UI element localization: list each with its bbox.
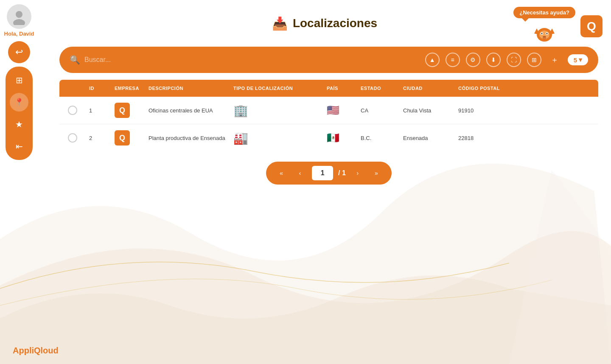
count-value: 5 [574,56,577,64]
radio-button-2[interactable] [68,133,77,143]
columns-button[interactable]: ⊞ [527,53,541,67]
avatar [7,4,31,29]
row-select-2[interactable] [68,133,89,143]
user-area: Hola, David [4,4,34,37]
count-dropdown-arrow: ▾ [579,56,582,64]
fox-mascot [532,20,557,45]
col-pais: PAÍS [327,86,361,91]
svg-point-1 [13,19,25,25]
brand-q: Q [34,346,41,355]
user-avatar-icon [11,8,28,25]
help-label: ¿Necesitas ayuda? [519,9,569,16]
empresa-badge-2: Q [115,130,130,146]
col-descripcion: DESCRIPCIÓN [149,86,233,91]
cell-pais-2: 🇲🇽 [327,132,361,144]
row-select-1[interactable] [68,106,89,115]
cell-id-2: 2 [89,135,115,141]
table-row: 2 Q Planta productiva de Ensenada 🏭 🇲🇽 B… [59,124,598,151]
q-logo-button[interactable]: Q [580,15,603,37]
pagination-bar: « ‹ / 1 › » [266,162,392,185]
last-page-button[interactable]: » [370,166,383,180]
plus-icon: ＋ [551,55,558,65]
back-icon: ↩ [15,47,23,58]
toolbar-icons: ▲ ≡ ⚙ ⬇ ⛶ ⊞ ＋ 5 ▾ [425,53,588,67]
filter-button[interactable]: ≡ [446,53,460,67]
last-page-icon: » [375,170,378,176]
table-header: ID EMPRESA DESCRIPCIÓN TIPO DE LOCALIZAC… [59,80,598,97]
cell-ciudad-1: Chula Vista [403,107,458,114]
cell-codigo-2: 22818 [458,135,518,141]
search-input-area: 🔍 [70,55,425,65]
col-id: ID [89,86,115,91]
table-container: ID EMPRESA DESCRIPCIÓN TIPO DE LOCALIZAC… [59,80,598,151]
pagination: « ‹ / 1 › » [59,162,598,185]
logout-icon: ⇤ [16,141,23,151]
footer-brand: AppliQloud [13,346,59,356]
cell-descripcion-2: Planta productiva de Ensenada [149,135,233,141]
add-button[interactable]: ＋ [547,53,562,67]
search-icon: 🔍 [70,55,80,65]
prev-page-button[interactable]: ‹ [293,166,307,180]
page-input[interactable] [312,166,333,180]
cell-ciudad-2: Ensenada [403,135,458,141]
cell-estado-2: B.C. [361,135,403,141]
sidebar-item-localizaciones[interactable]: 📍 [10,93,28,112]
back-button[interactable]: ↩ [8,41,30,63]
table-row: 1 Q Oficinas centrales de EUA 🏢 🇺🇸 CA Ch… [59,97,598,124]
help-bubble[interactable]: ¿Necesitas ayuda? [513,7,575,18]
download-button[interactable]: ⬇ [486,53,501,67]
main-content: 🔍 ▲ ≡ ⚙ ⬇ ⛶ ⊞ ＋ [59,47,598,185]
empresa-badge-1: Q [115,103,130,118]
columns-icon: ⊞ [532,56,537,63]
sidebar-item-favorites[interactable]: ★ [10,115,28,134]
download-icon: ⬇ [491,56,496,63]
search-input[interactable] [84,56,425,64]
sidebar: Hola, David ↩ ⊞ 📍 ★ ⇤ [0,0,38,364]
gear-icon: ⚙ [470,56,476,63]
q-logo-label: Q [587,20,596,33]
col-empresa: EMPRESA [115,86,149,91]
prev-page-icon: ‹ [299,170,301,176]
sidebar-item-logout[interactable]: ⇤ [10,137,28,156]
expand-icon: ⛶ [511,56,517,63]
svg-point-12 [543,36,546,38]
location-nav-icon: 📍 [14,98,24,107]
cell-empresa-2: Q [115,130,149,146]
cell-pais-1: 🇺🇸 [327,104,361,116]
col-codigo: CÓDIGO POSTAL [458,86,518,91]
cell-tipo-1: 🏢 [233,104,327,118]
total-pages-label: / 1 [338,169,346,177]
page-title: 📥 Localizaciones [272,16,377,31]
col-estado: ESTADO [361,86,403,91]
svg-point-11 [547,33,548,34]
cell-estado-1: CA [361,107,403,114]
expand-button[interactable]: ⛶ [507,53,521,67]
chevron-up-icon: ▲ [429,56,435,63]
sidebar-item-grid[interactable]: ⊞ [10,71,28,90]
star-icon: ★ [15,119,23,129]
brand-suffix: loud [41,346,59,355]
cell-id-1: 1 [89,107,115,114]
greeting-label: Hola, [4,31,18,37]
help-area: ¿Necesitas ayuda? Q [513,7,603,45]
count-badge[interactable]: 5 ▾ [568,54,588,65]
cell-tipo-2: 🏭 [233,131,327,145]
brand-prefix: Appli [13,346,34,355]
search-bar: 🔍 ▲ ≡ ⚙ ⬇ ⛶ ⊞ ＋ [59,47,598,73]
filter-icon: ≡ [451,56,454,63]
sidebar-nav: ⊞ 📍 ★ ⇤ [6,67,33,160]
radio-button-1[interactable] [68,106,77,115]
grid-icon: ⊞ [16,75,23,85]
col-ciudad: CIUDAD [403,86,458,91]
svg-point-10 [541,33,543,34]
col-tipo: TIPO DE LOCALIZACIÓN [233,86,327,91]
cell-codigo-1: 91910 [458,107,518,114]
next-page-button[interactable]: › [351,166,364,180]
greeting-text: Hola, David [4,31,34,37]
settings-button[interactable]: ⚙ [466,53,480,67]
first-page-icon: « [280,170,283,176]
cell-descripcion-1: Oficinas centrales de EUA [149,107,233,114]
collapse-button[interactable]: ▲ [425,53,440,67]
title-text: Localizaciones [293,17,377,30]
first-page-button[interactable]: « [275,166,288,180]
